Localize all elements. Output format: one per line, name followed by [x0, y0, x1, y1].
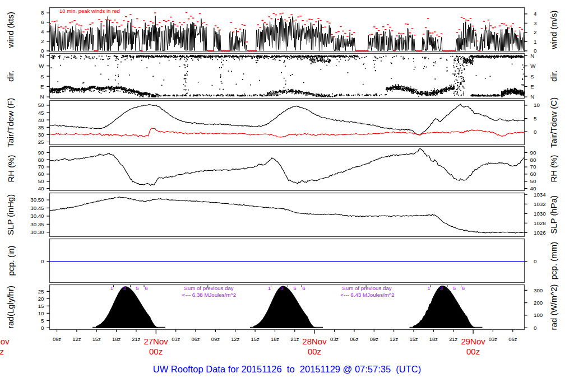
svg-text:1034: 1034: [534, 192, 546, 198]
svg-text:UW Rooftop Data for 20151126: UW Rooftop Data for 20151126 to 20151129…: [153, 364, 421, 374]
svg-text:pcp. (mm): pcp. (mm): [549, 242, 558, 280]
svg-text:30.35: 30.35: [30, 221, 44, 227]
svg-text:1: 1: [534, 39, 536, 45]
svg-text:30: 30: [38, 132, 44, 138]
svg-text:pcp. (in): pcp. (in): [6, 245, 16, 276]
svg-text:90: 90: [530, 150, 536, 156]
svg-text:2: 2: [534, 29, 536, 35]
svg-text:18z: 18z: [112, 336, 121, 342]
svg-text:0: 0: [534, 325, 537, 331]
svg-text:45: 45: [38, 110, 44, 116]
svg-text:S: S: [40, 73, 44, 80]
svg-text:06z: 06z: [508, 336, 517, 342]
svg-text:00z: 00z: [308, 347, 321, 356]
svg-text:1: 1: [110, 285, 113, 291]
svg-text:5: 5: [41, 318, 44, 324]
svg-text:06z: 06z: [191, 336, 200, 342]
svg-text:18z: 18z: [429, 336, 438, 342]
svg-text:6: 6: [41, 19, 44, 25]
svg-text:wind (m/s): wind (m/s): [549, 11, 558, 50]
svg-text:RH (%): RH (%): [6, 155, 16, 182]
svg-text:rad (W/m^2): rad (W/m^2): [549, 284, 558, 330]
svg-text:dir.: dir.: [6, 71, 16, 82]
svg-text:06z: 06z: [350, 336, 358, 342]
svg-text:dir.: dir.: [549, 71, 558, 82]
svg-text:8: 8: [41, 10, 44, 16]
svg-text:90: 90: [38, 150, 44, 156]
svg-text:26Nov: 26Nov: [0, 337, 10, 346]
svg-text:3: 3: [440, 285, 443, 291]
svg-text:5: 5: [534, 115, 536, 122]
svg-text:09z: 09z: [53, 336, 61, 342]
svg-text:0: 0: [534, 129, 537, 135]
svg-text:N: N: [530, 94, 534, 100]
svg-text:09z: 09z: [370, 336, 378, 342]
svg-text:2: 2: [41, 38, 44, 44]
svg-text:15z: 15z: [409, 336, 418, 342]
svg-text:12z: 12z: [72, 336, 81, 342]
svg-text:N: N: [40, 94, 44, 100]
svg-text:09z: 09z: [211, 336, 220, 342]
svg-text:50: 50: [38, 178, 44, 184]
svg-text:6: 6: [302, 285, 305, 291]
svg-text:12z: 12z: [231, 336, 239, 342]
svg-text:Sum of previous day: Sum of previous day: [342, 285, 391, 291]
svg-text:15z: 15z: [92, 336, 101, 342]
svg-text:15z: 15z: [251, 336, 260, 342]
svg-text:30.45: 30.45: [30, 205, 44, 211]
svg-text:S: S: [530, 73, 534, 80]
svg-text:E: E: [40, 83, 44, 90]
svg-text:W: W: [530, 63, 536, 69]
svg-text:N: N: [530, 53, 534, 59]
svg-text:60: 60: [38, 171, 44, 177]
svg-text:1026: 1026: [534, 230, 546, 236]
svg-text:1: 1: [427, 285, 430, 291]
svg-text:40: 40: [530, 185, 536, 192]
svg-text:00z: 00z: [0, 347, 4, 356]
svg-text:28Nov: 28Nov: [302, 337, 327, 346]
svg-text:0: 0: [41, 258, 44, 264]
svg-text:25: 25: [38, 139, 44, 145]
svg-text:1: 1: [268, 285, 271, 291]
svg-text:1030: 1030: [534, 211, 546, 217]
svg-text:6: 6: [145, 285, 147, 291]
svg-text:40: 40: [38, 185, 44, 192]
svg-text:6: 6: [462, 285, 465, 291]
svg-text:E: E: [530, 83, 534, 90]
svg-text:80: 80: [530, 157, 536, 163]
svg-text:rad(Lgly/hr): rad(Lgly/hr): [6, 286, 16, 329]
svg-text:10: 10: [38, 310, 44, 316]
svg-text:21z: 21z: [290, 336, 299, 342]
svg-text:18z: 18z: [271, 336, 279, 342]
svg-text:Tair/Tdew (F): Tair/Tdew (F): [6, 98, 16, 147]
svg-text:<--- 6.38 MJoules/m^2: <--- 6.38 MJoules/m^2: [182, 292, 236, 298]
svg-text:60: 60: [530, 171, 536, 177]
svg-text:20: 20: [38, 296, 44, 302]
svg-text:3: 3: [123, 285, 126, 291]
svg-text:SLP (hPa): SLP (hPa): [549, 195, 558, 234]
svg-text:29Nov: 29Nov: [461, 337, 485, 346]
svg-text:Sum of previous day: Sum of previous day: [184, 285, 233, 291]
svg-text:200: 200: [534, 300, 543, 306]
svg-text:RH (%): RH (%): [549, 155, 558, 182]
svg-text:4: 4: [534, 11, 537, 17]
svg-text:5: 5: [453, 285, 456, 291]
svg-text:30.40: 30.40: [30, 213, 44, 219]
svg-text:SLP (inHg): SLP (inHg): [6, 194, 16, 235]
svg-text:5: 5: [136, 285, 138, 291]
svg-text:50: 50: [530, 178, 536, 184]
svg-text:wind (kts): wind (kts): [6, 12, 16, 48]
svg-text:0: 0: [41, 325, 44, 331]
svg-text:3: 3: [534, 20, 536, 26]
svg-text:15: 15: [38, 303, 44, 309]
svg-text:0: 0: [534, 258, 537, 264]
svg-text:5: 5: [293, 285, 296, 291]
svg-text:03z: 03z: [489, 336, 497, 342]
svg-text:30.50: 30.50: [30, 197, 44, 203]
svg-text:27Nov: 27Nov: [144, 337, 168, 346]
svg-text:1028: 1028: [534, 220, 546, 226]
svg-text:W: W: [39, 63, 44, 69]
svg-text:4: 4: [41, 29, 44, 35]
svg-text:70: 70: [38, 164, 44, 170]
svg-text:21z: 21z: [132, 336, 140, 342]
